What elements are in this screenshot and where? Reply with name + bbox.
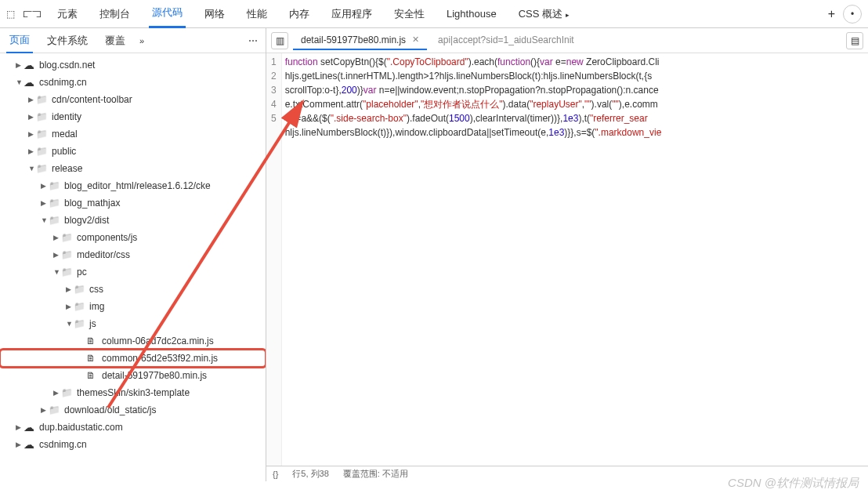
folder-item[interactable]: ▶cdn/content-toolbar bbox=[0, 91, 266, 108]
folder-item[interactable]: ▼pc bbox=[0, 263, 266, 281]
toggle-sidebar-icon[interactable]: ▤ bbox=[846, 32, 863, 49]
top-tab-0[interactable]: 元素 bbox=[54, 1, 81, 27]
top-tab-8[interactable]: Lighthouse bbox=[443, 2, 500, 26]
navigator-pane: 页面 文件系统 覆盖 » ⋯ ▶blog.csdn.net▼csdnimg.cn… bbox=[0, 28, 266, 481]
top-tabs: 元素控制台源代码网络性能内存应用程序安全性LighthouseCSS 概述 bbox=[54, 0, 820, 28]
folder-item[interactable]: ▶public bbox=[0, 143, 266, 160]
add-tab-button[interactable]: + bbox=[820, 7, 843, 21]
tree-label: identity bbox=[52, 111, 81, 122]
top-tab-4[interactable]: 性能 bbox=[244, 1, 270, 27]
folder-icon bbox=[74, 301, 86, 312]
tree-label: csdnimg.cn bbox=[39, 439, 87, 450]
tree-label: download/old_static/js bbox=[64, 404, 156, 415]
folder-item[interactable]: ▶identity bbox=[0, 108, 266, 125]
status-braces[interactable]: {} bbox=[273, 470, 278, 479]
file-item[interactable]: column-06ad7dc2ca.min.js bbox=[0, 332, 266, 350]
tree-label: pc bbox=[77, 267, 87, 278]
tree-label: csdnimg.cn bbox=[39, 77, 87, 88]
folder-icon bbox=[36, 146, 49, 157]
folder-item[interactable]: ▶blog_editor_html/release1.6.12/cke bbox=[0, 177, 266, 194]
status-coverage: 覆盖范围: 不适用 bbox=[343, 468, 408, 480]
folder-icon bbox=[49, 180, 61, 191]
editor-tab-1[interactable]: api|accept?sid=1_aiduSearchInit bbox=[430, 31, 582, 50]
editor-pane: ▥ detail-591977be80.min.js✕api|accept?si… bbox=[266, 28, 868, 481]
editor-tab-0[interactable]: detail-591977be80.min.js✕ bbox=[293, 31, 427, 50]
top-tab-6[interactable]: 应用程序 bbox=[328, 1, 375, 27]
folder-icon bbox=[74, 318, 86, 329]
folder-item[interactable]: ▼blogv2/dist bbox=[0, 212, 266, 229]
devtools-top-bar: ⬚ ⫍⫎ 元素控制台源代码网络性能内存应用程序安全性LighthouseCSS … bbox=[0, 0, 868, 28]
file-icon bbox=[86, 336, 99, 346]
tree-label: public bbox=[52, 146, 76, 157]
code-content[interactable]: function setCopyBtn(){$(".CopyToClipboar… bbox=[282, 53, 868, 466]
navigator-more-icon[interactable]: ⋯ bbox=[248, 35, 259, 46]
folder-icon bbox=[61, 249, 74, 260]
folder-item[interactable]: ▼release bbox=[0, 160, 266, 177]
line-gutter: 12345 bbox=[266, 53, 282, 466]
status-position: 行5, 列38 bbox=[292, 468, 328, 480]
file-item[interactable]: detail-591977be80.min.js bbox=[0, 367, 266, 384]
editor-tab-list: detail-591977be80.min.js✕api|accept?sid=… bbox=[293, 31, 841, 50]
file-item[interactable]: common-65d2e53f92.min.js bbox=[0, 350, 266, 367]
top-tab-9[interactable]: CSS 概述 bbox=[515, 1, 573, 27]
tree-label: mdeditor/css bbox=[77, 249, 130, 260]
folder-icon bbox=[36, 94, 49, 105]
settings-button[interactable]: • bbox=[843, 5, 862, 24]
folder-icon bbox=[61, 232, 74, 243]
folder-item[interactable]: ▼csdnimg.cn bbox=[0, 74, 266, 91]
tree-label: js bbox=[89, 318, 96, 329]
folder-icon bbox=[61, 267, 74, 278]
cloud-icon bbox=[24, 59, 36, 71]
folder-item[interactable]: ▶themesSkin/skin3-template bbox=[0, 384, 266, 401]
code-editor[interactable]: 12345 function setCopyBtn(){$(".CopyToCl… bbox=[266, 53, 868, 466]
show-navigator-icon[interactable]: ▥ bbox=[271, 32, 288, 49]
folder-item[interactable]: ▼js bbox=[0, 315, 266, 332]
more-tabs-icon[interactable]: » bbox=[139, 36, 144, 45]
folder-item[interactable]: ▶mdeditor/css bbox=[0, 246, 266, 263]
tree-label: blogv2/dist bbox=[64, 215, 109, 226]
editor-tab-bar: ▥ detail-591977be80.min.js✕api|accept?si… bbox=[266, 28, 868, 53]
folder-icon bbox=[49, 198, 61, 209]
top-tab-3[interactable]: 网络 bbox=[201, 1, 228, 27]
folder-item[interactable]: ▶blog_mathjax bbox=[0, 194, 266, 212]
folder-icon bbox=[36, 111, 49, 122]
tree-label: blog.csdn.net bbox=[39, 60, 95, 71]
folder-icon bbox=[36, 129, 49, 140]
top-tab-7[interactable]: 安全性 bbox=[391, 1, 428, 27]
tree-label: column-06ad7dc2ca.min.js bbox=[102, 336, 214, 346]
inspect-icon[interactable]: ⬚ bbox=[6, 9, 15, 20]
tab-filesystem[interactable]: 文件系统 bbox=[44, 29, 91, 53]
file-icon bbox=[86, 370, 99, 381]
folder-item[interactable]: ▶csdnimg.cn bbox=[0, 436, 266, 453]
file-icon bbox=[86, 353, 99, 364]
cloud-icon bbox=[24, 438, 36, 451]
tab-page[interactable]: 页面 bbox=[6, 28, 33, 53]
folder-item[interactable]: ▶css bbox=[0, 281, 266, 298]
close-icon[interactable]: ✕ bbox=[412, 34, 419, 45]
device-icon[interactable]: ⫍⫎ bbox=[23, 9, 42, 20]
tree-label: detail-591977be80.min.js bbox=[102, 370, 207, 381]
folder-icon bbox=[49, 404, 61, 415]
folder-icon bbox=[74, 284, 86, 295]
top-tab-1[interactable]: 控制台 bbox=[96, 1, 133, 27]
tree-label: blog_editor_html/release1.6.12/cke bbox=[64, 180, 211, 191]
tree-label: components/js bbox=[77, 232, 137, 243]
folder-item[interactable]: ▶img bbox=[0, 298, 266, 315]
folder-item[interactable]: ▶components/js bbox=[0, 229, 266, 246]
main-area: 页面 文件系统 覆盖 » ⋯ ▶blog.csdn.net▼csdnimg.cn… bbox=[0, 28, 868, 481]
tab-overrides[interactable]: 覆盖 bbox=[102, 29, 128, 53]
file-tree[interactable]: ▶blog.csdn.net▼csdnimg.cn▶cdn/content-to… bbox=[0, 53, 266, 481]
folder-item[interactable]: ▶download/old_static/js bbox=[0, 401, 266, 419]
folder-item[interactable]: ▶medal bbox=[0, 125, 266, 143]
top-tab-5[interactable]: 内存 bbox=[286, 1, 313, 27]
folder-icon bbox=[36, 163, 49, 174]
tree-label: common-65d2e53f92.min.js bbox=[102, 353, 218, 364]
folder-item[interactable]: ▶dup.baidustatic.com bbox=[0, 419, 266, 436]
tree-label: dup.baidustatic.com bbox=[39, 422, 123, 433]
folder-item[interactable]: ▶blog.csdn.net bbox=[0, 56, 266, 74]
top-tab-2[interactable]: 源代码 bbox=[149, 0, 186, 28]
tree-label: css bbox=[89, 284, 103, 295]
tree-label: medal bbox=[52, 129, 78, 140]
tree-label: cdn/content-toolbar bbox=[52, 94, 132, 105]
watermark: CSDN @软件测试情报局 bbox=[728, 476, 859, 491]
